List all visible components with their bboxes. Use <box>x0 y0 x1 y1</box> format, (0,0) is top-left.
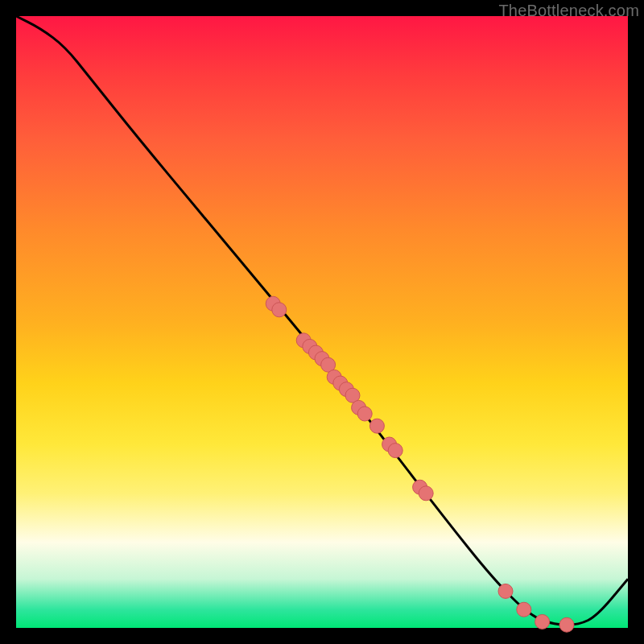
data-points-group <box>266 296 574 632</box>
data-point <box>559 617 574 632</box>
data-point <box>498 584 513 598</box>
data-point <box>517 602 531 617</box>
plot-area <box>16 16 628 628</box>
chart-frame: TheBottleneck.com <box>0 0 644 644</box>
data-point <box>272 303 287 317</box>
chart-svg <box>16 16 628 628</box>
data-point <box>535 614 550 629</box>
data-point <box>419 486 433 501</box>
data-point <box>388 444 402 458</box>
data-point <box>357 407 372 421</box>
curve-path <box>16 16 628 625</box>
data-point <box>369 419 384 433</box>
